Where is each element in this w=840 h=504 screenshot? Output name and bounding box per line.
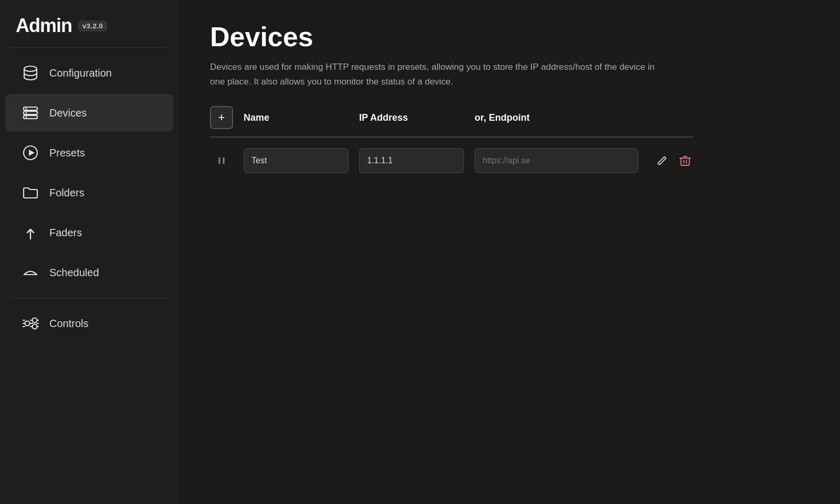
svg-point-25	[218, 158, 220, 160]
sidebar-item-scheduled-label: Scheduled	[49, 267, 99, 279]
sidebar: Admin v3.2.0 Configuration	[0, 0, 178, 504]
sidebar-item-devices-label: Devices	[49, 107, 87, 119]
sidebar-item-devices[interactable]: Devices	[5, 94, 173, 132]
device-name-input[interactable]	[244, 148, 349, 173]
svg-point-14	[33, 318, 37, 323]
column-header-endpoint: or, Endpoint	[475, 112, 693, 123]
svg-point-4	[26, 108, 27, 110]
faders-icon	[21, 223, 40, 242]
sidebar-item-configuration[interactable]: Configuration	[5, 54, 173, 92]
svg-point-29	[218, 162, 220, 164]
svg-point-0	[24, 66, 37, 71]
sidebar-item-presets[interactable]: Presets	[5, 134, 173, 172]
row-actions	[654, 153, 693, 169]
add-device-button[interactable]: +	[210, 106, 233, 129]
sidebar-bottom-divider	[10, 298, 168, 298]
svg-point-27	[218, 160, 220, 162]
sidebar-item-controls-label: Controls	[49, 318, 88, 330]
sidebar-item-faders-label: Faders	[49, 227, 82, 239]
svg-rect-31	[681, 158, 689, 165]
edit-device-button[interactable]	[654, 153, 670, 169]
column-header-ip: IP Address	[359, 112, 464, 123]
main-content: Devices Devices are used for making HTTP…	[178, 0, 840, 504]
controls-icon	[21, 314, 40, 333]
svg-point-15	[33, 324, 37, 329]
svg-marker-8	[29, 150, 35, 156]
sidebar-top-divider	[10, 47, 168, 48]
sidebar-header: Admin v3.2.0	[0, 0, 178, 47]
device-endpoint-input[interactable]	[475, 148, 638, 173]
sidebar-item-faders[interactable]: Faders	[5, 214, 173, 251]
sidebar-item-controls[interactable]: Controls	[5, 304, 173, 342]
version-badge: v3.2.0	[78, 20, 107, 32]
svg-point-28	[223, 160, 225, 162]
svg-point-30	[223, 162, 225, 164]
page-description: Devices are used for making HTTP request…	[210, 60, 672, 89]
devices-table: + Name IP Address or, Endpoint	[210, 106, 693, 182]
sidebar-nav: Configuration Devices	[0, 53, 178, 504]
table-header: + Name IP Address or, Endpoint	[210, 106, 693, 138]
svg-point-13	[25, 321, 30, 326]
sidebar-item-configuration-label: Configuration	[49, 67, 112, 79]
scheduled-icon	[21, 263, 40, 282]
column-header-name: Name	[244, 112, 349, 123]
sidebar-item-presets-label: Presets	[49, 147, 85, 159]
drag-handle-icon[interactable]	[210, 149, 233, 172]
folder-icon	[21, 183, 40, 202]
device-ip-input[interactable]	[359, 148, 464, 173]
svg-point-5	[26, 112, 27, 114]
svg-point-26	[223, 158, 225, 160]
play-icon	[21, 143, 40, 162]
svg-point-6	[26, 117, 27, 118]
app-title: Admin	[16, 15, 72, 37]
sidebar-item-folders[interactable]: Folders	[5, 174, 173, 212]
devices-icon	[21, 103, 40, 122]
database-icon	[21, 64, 40, 82]
sidebar-item-folders-label: Folders	[49, 187, 85, 199]
sidebar-item-scheduled[interactable]: Scheduled	[5, 254, 173, 291]
table-row	[210, 140, 693, 182]
page-title: Devices	[210, 21, 808, 52]
delete-device-button[interactable]	[677, 153, 693, 169]
